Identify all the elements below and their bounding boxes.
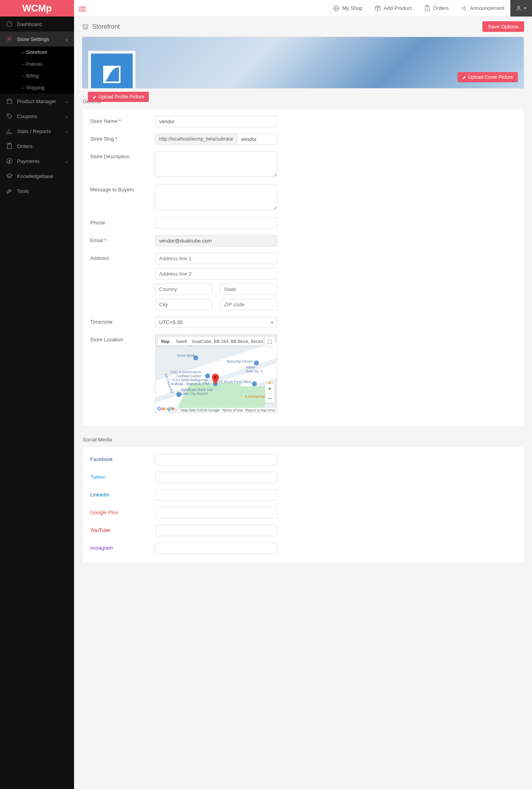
upload-profile-button[interactable]: Upload Profile Picture [88,92,149,102]
slug-prefix: http://localhost/wcmp_beta/subrata/ [155,133,237,145]
topnav-announcement[interactable]: Announcement [455,0,510,17]
instagram-input[interactable] [155,543,277,554]
gear-icon [6,35,13,43]
graduation-icon [6,172,13,180]
state-input[interactable] [220,283,277,295]
stats-icon [6,128,13,135]
store-desc-label: Store Description [90,151,155,159]
sidebar-item-tools[interactable]: Tools [0,183,74,198]
svg-point-13 [214,376,217,379]
fullscreen-icon [267,339,272,344]
chevron-down-icon: ⌄ [65,129,68,133]
page-title: Storefront [92,23,120,30]
sidebar-item-store-settings[interactable]: Store Settings ⌄ [0,31,74,46]
map-zoom-in[interactable]: + [265,384,274,393]
address1-input[interactable] [155,253,277,264]
general-panel: Store Name * Store Slug * http://localho… [82,108,524,427]
top-bar: My Shop Add Product Orders Announcement … [74,0,532,17]
chevron-down-icon: ▼ [523,6,527,10]
sidebar: WCMp Dashboard Store Settings ⌄ Storefro… [0,0,74,789]
sidebar-item-knowledgebase[interactable]: Knowledgebase [0,169,74,183]
map-type-map[interactable]: Map [158,337,173,346]
linkedin-input[interactable] [155,489,277,501]
map-pin-icon [211,374,219,385]
email-input[interactable] [155,235,277,246]
map-attribution: Map data ©2018 GoogleTerms of UseReport … [177,408,277,413]
user-menu[interactable]: ▼ [510,0,532,17]
brand-logo: WCMp [0,0,74,17]
social-panel: Facebook Twitter LinkedIn Google Plus Yo… [82,446,524,563]
sidebar-toggle[interactable] [74,0,91,17]
profile-logo-icon [100,63,124,86]
cover-area: Upload Cover Picture [82,37,524,89]
msg-buyers-label: Message to Buyers [90,184,155,193]
email-label: Email * [90,235,155,243]
sidebar-item-storefront[interactable]: Storefront [0,46,74,58]
address-label: Address [90,253,155,261]
chevron-down-icon: ⌄ [65,159,68,163]
google-logo: Google [157,406,175,411]
user-icon [515,5,522,11]
store-slug-input[interactable] [237,133,277,145]
sidebar-item-orders[interactable]: Orders [0,139,74,154]
zip-input[interactable] [220,299,277,310]
box-icon [6,98,13,105]
clipboard-icon [6,143,13,150]
chevron-down-icon: ⌄ [65,37,68,41]
cube-icon [374,5,381,12]
sidebar-item-dashboard[interactable]: Dashboard [0,17,74,31]
profile-picture [88,51,135,89]
topnav-my-shop[interactable]: My Shop [327,0,368,17]
store-location-map[interactable]: Broad St 1st Cross Rd Dena Bank Syscomp … [155,334,277,413]
upload-cover-button[interactable]: Upload Cover Picture [458,72,518,82]
svg-point-11 [517,6,519,8]
store-settings-submenu: Storefront Policies Billing Shipping [0,46,74,94]
globe-icon [333,5,340,12]
sidebar-item-policies[interactable]: Policies [0,58,74,70]
instagram-label: Instagram [90,543,155,551]
sidebar-item-billing[interactable]: Billing [0,70,74,82]
linkedin-label: LinkedIn [90,489,155,498]
country-input[interactable] [155,283,212,295]
page-header: Storefront Save Options [74,17,532,37]
city-input[interactable] [155,299,212,310]
youtube-input[interactable] [155,525,277,536]
phone-input[interactable] [155,217,277,229]
map-fullscreen[interactable] [265,337,274,346]
twitter-label: Twitter [90,472,155,480]
map-zoom-out[interactable]: − [265,393,274,403]
timezone-select[interactable]: UTC+5:30 [155,317,277,328]
svg-rect-2 [7,100,12,104]
msg-buyers-input[interactable] [155,184,277,210]
address2-input[interactable] [155,268,277,280]
sidebar-item-coupons[interactable]: Coupons ⌄ [0,109,74,124]
twitter-input[interactable] [155,472,277,483]
wrench-icon [6,187,13,194]
save-options-button[interactable]: Save Options [482,21,524,32]
hamburger-icon [79,6,86,11]
timezone-label: Timezone [90,317,155,325]
sidebar-item-product-manager[interactable]: Product Manager ⌄ [0,94,74,109]
gplus-label: Google Plus [90,507,155,515]
section-general-title: General [83,98,524,104]
svg-point-1 [9,38,11,40]
facebook-input[interactable] [155,454,277,465]
pencil-icon [93,95,97,99]
store-desc-input[interactable] [155,151,277,177]
gplus-input[interactable] [155,507,277,519]
sidebar-item-stats[interactable]: Stats / Reports ⌄ [0,124,74,139]
youtube-label: YouTube [90,525,155,533]
clipboard-icon [424,5,431,12]
topnav-add-product[interactable]: Add Product [368,0,418,17]
store-slug-label: Store Slug * [90,133,155,142]
dollar-icon [6,157,13,165]
sidebar-item-shipping[interactable]: Shipping [0,82,74,94]
map-search[interactable]: DualCube, BB-164, BB Block, Sector ... [187,337,263,346]
sidebar-item-payments[interactable]: Payments ⌄ [0,154,74,169]
store-name-input[interactable] [155,116,277,127]
chevron-down-icon: ⌄ [65,114,68,119]
store-name-label: Store Name * [90,116,155,124]
facebook-label: Facebook [90,454,155,462]
storefront-icon [82,23,89,30]
topnav-orders[interactable]: Orders [418,0,455,17]
